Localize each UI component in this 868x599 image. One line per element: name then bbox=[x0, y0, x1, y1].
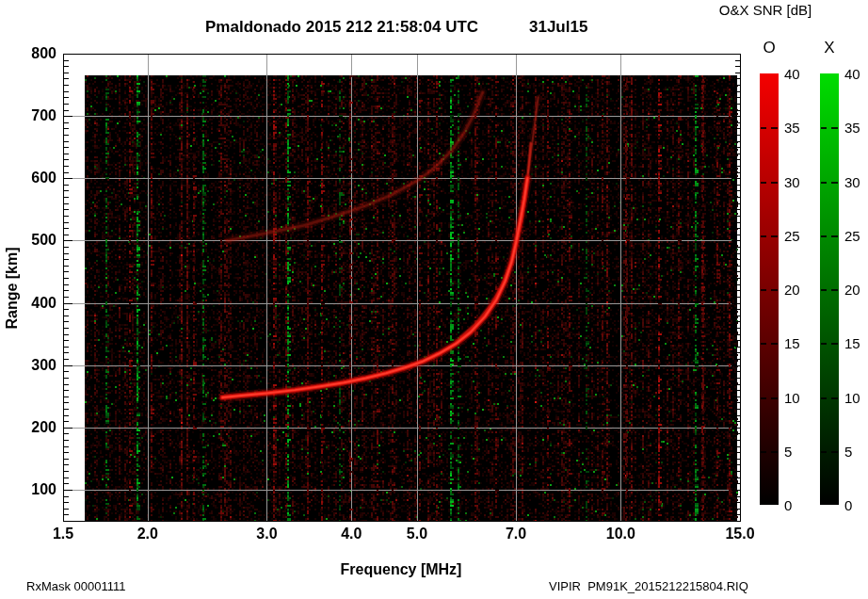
plot-title: Pmaldonado 2015 212 21:58:04 UTC bbox=[205, 18, 478, 37]
y-tick-label: 600 bbox=[15, 170, 56, 186]
y-axis-title: Range [km] bbox=[4, 245, 21, 332]
o-colorbar-tick-label: 20 bbox=[784, 282, 816, 298]
o-colorbar-tick-label: 25 bbox=[784, 228, 816, 244]
x-colorbar-tick-label: 20 bbox=[844, 282, 868, 298]
o-colorbar-tick-label: 40 bbox=[784, 66, 816, 82]
x-colorbar-tick-label: 30 bbox=[844, 174, 868, 190]
y-tick-label: 700 bbox=[15, 107, 56, 124]
y-tick-label: 500 bbox=[15, 232, 56, 249]
x-tick-label: 15.0 bbox=[714, 526, 766, 542]
o-colorbar-tick-label: 0 bbox=[784, 497, 816, 513]
x-tick-label: 7.0 bbox=[490, 526, 542, 542]
x-tick-label: 4.0 bbox=[325, 526, 378, 542]
y-tick-label: 300 bbox=[15, 357, 56, 374]
x-colorbar-header: X bbox=[820, 39, 839, 57]
o-colorbar-header: O bbox=[760, 39, 779, 57]
ionogram-plot-canvas bbox=[0, 0, 868, 599]
y-tick-label: 400 bbox=[15, 295, 56, 312]
x-axis-title: Frequency [MHz] bbox=[307, 561, 495, 578]
y-tick-label: 200 bbox=[15, 419, 56, 436]
x-colorbar-tick-label: 35 bbox=[844, 120, 868, 136]
x-tick-label: 10.0 bbox=[594, 526, 647, 542]
x-tick-label: 5.0 bbox=[391, 526, 443, 542]
o-colorbar-tick-label: 10 bbox=[784, 390, 816, 406]
x-tick-label: 1.5 bbox=[37, 526, 89, 542]
x-tick-label: 2.0 bbox=[121, 526, 174, 542]
o-colorbar-tick-label: 30 bbox=[784, 174, 816, 190]
o-colorbar-tick-label: 5 bbox=[784, 444, 816, 460]
ionogram-app: Pmaldonado 2015 212 21:58:04 UTC 31Jul15… bbox=[0, 0, 868, 599]
colorbar-title: O&X SNR [dB] bbox=[671, 2, 860, 18]
plot-date: 31Jul15 bbox=[529, 18, 587, 37]
x-colorbar-tick-label: 25 bbox=[844, 228, 868, 244]
rxmask-annotation: RxMask 00001111 bbox=[26, 579, 126, 593]
y-tick-label: 800 bbox=[15, 45, 56, 62]
x-colorbar-tick-label: 40 bbox=[844, 66, 868, 82]
x-colorbar-tick-label: 0 bbox=[844, 497, 868, 513]
x-colorbar-tick-label: 5 bbox=[844, 444, 868, 460]
filename-annotation: VIPIR PM91K_2015212215804.RIQ bbox=[549, 579, 748, 593]
o-colorbar-tick-label: 15 bbox=[784, 335, 816, 351]
y-tick-label: 100 bbox=[15, 481, 56, 498]
x-colorbar-tick-label: 10 bbox=[844, 390, 868, 406]
x-tick-label: 3.0 bbox=[240, 526, 293, 542]
x-colorbar-tick-label: 15 bbox=[844, 335, 868, 351]
o-colorbar-tick-label: 35 bbox=[784, 120, 816, 136]
